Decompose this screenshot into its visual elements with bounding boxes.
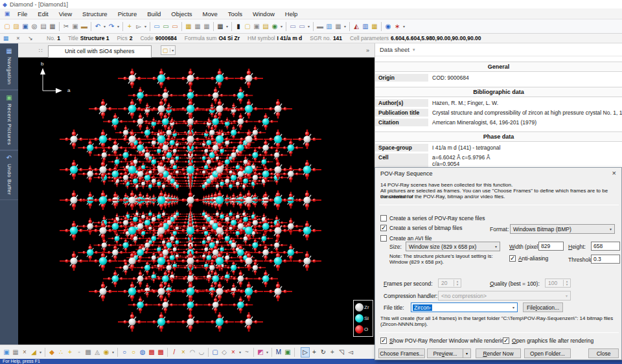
menu-picture[interactable]: Picture: [113, 9, 143, 19]
move-icon[interactable]: +: [310, 347, 319, 358]
menu-help[interactable]: Help: [280, 9, 303, 19]
checkbox-show-render-window[interactable]: Show POV-Ray Render Window while renderi…: [380, 337, 507, 344]
quality-spinner[interactable]: 100▴▾: [545, 279, 571, 288]
pointer-icon[interactable]: ▷: [301, 347, 310, 358]
window-link-icon[interactable]: ▭: [288, 21, 297, 32]
picture-video-icon[interactable]: ▭: [161, 21, 170, 32]
new-document-icon[interactable]: ▢: [3, 21, 12, 32]
coordination-icon-dropdown[interactable]: ▾: [111, 347, 115, 358]
sidebar-tab-undo-buffer[interactable]: ↶Undo Buffer: [0, 150, 18, 200]
sidebar-tab-navigation[interactable]: ▦Navigation: [0, 43, 18, 90]
tools-star-icon-dropdown[interactable]: ▾: [402, 21, 406, 32]
compression-dropdown[interactable]: <no compression>▾: [438, 291, 571, 301]
fps-spinner[interactable]: 20▴▾: [438, 279, 461, 288]
preview-dropdown-arrow[interactable]: ▾: [463, 348, 471, 358]
width-field[interactable]: 829: [538, 242, 564, 251]
copy-layer-icon[interactable]: ▣: [252, 21, 261, 32]
document-menu-icon[interactable]: ▣: [2, 10, 12, 17]
menu-move[interactable]: Move: [198, 9, 223, 19]
file-location-button[interactable]: File location...: [523, 302, 563, 312]
cut-icon[interactable]: ✂: [62, 21, 71, 32]
close-infobar-icon[interactable]: ×: [14, 33, 23, 43]
screen-icon[interactable]: ▮: [234, 21, 243, 32]
menu-window[interactable]: Window: [248, 9, 280, 19]
table-atoms-icon[interactable]: ▦: [193, 21, 202, 32]
povray-icon[interactable]: ◉: [384, 21, 393, 32]
undo-icon[interactable]: ↶: [93, 21, 102, 32]
quick-build-icon-dropdown[interactable]: ▾: [38, 347, 43, 358]
undo-icon-dropdown[interactable]: ▾: [102, 21, 107, 32]
pan-icon[interactable]: +: [328, 347, 337, 358]
atom-orange-icon[interactable]: ◆: [47, 347, 56, 358]
new-layer-icon[interactable]: ▢: [243, 21, 252, 32]
select-cursor-icon-dropdown[interactable]: ▾: [143, 21, 148, 32]
picture-tab[interactable]: Unit cell with SiO4 spheres: [48, 45, 152, 58]
preview-button[interactable]: Preview...: [427, 348, 463, 358]
structure-viewport[interactable]: b a ZrSiO: [18, 58, 374, 345]
redo-icon-dropdown[interactable]: ▾: [116, 21, 121, 32]
zoom-icon[interactable]: ◹: [337, 347, 346, 358]
paste-icon[interactable]: ▬: [80, 21, 89, 32]
format-dropdown[interactable]: Windows Bitmap (BMP)▾: [510, 224, 615, 234]
file-title-combo[interactable]: Zircon-▾: [411, 302, 518, 312]
save-icon[interactable]: ▣: [21, 21, 30, 32]
bond-create-icon[interactable]: /: [170, 347, 179, 358]
print-icon[interactable]: ▦: [48, 21, 57, 32]
menu-build[interactable]: Build: [142, 9, 166, 19]
chart-triangle-icon[interactable]: ◭: [352, 21, 361, 32]
chart-table-icon[interactable]: ▦: [370, 21, 379, 32]
coordination-icon[interactable]: ◉: [102, 347, 111, 358]
close-icon[interactable]: ×: [612, 169, 616, 177]
menu-view[interactable]: View: [54, 9, 77, 19]
pin-icon[interactable]: ▾: [413, 47, 415, 52]
chevron-down-icon[interactable]: ▾: [170, 48, 174, 52]
close-button[interactable]: Close: [588, 348, 619, 358]
pan-hand-icon[interactable]: +: [125, 21, 134, 32]
menu-tools[interactable]: Tools: [223, 9, 248, 19]
layers-icon[interactable]: ▤: [261, 21, 270, 32]
grid-view-icon-dropdown[interactable]: ▾: [225, 21, 229, 32]
checkbox-open-graphics-file[interactable]: Open graphics file after rendering: [503, 337, 593, 344]
measure-m-icon[interactable]: M: [274, 347, 283, 358]
bond-lattice-icon[interactable]: ×: [179, 347, 188, 358]
open-folder-button[interactable]: Open Folder...: [524, 348, 571, 358]
tab-overflow-chevron[interactable]: »: [366, 47, 369, 54]
table-bonds-icon[interactable]: ▦: [202, 21, 211, 32]
checkbox-scene-files[interactable]: Create a series of POV-Ray scene files: [380, 215, 485, 222]
plane-icon[interactable]: ◇: [220, 347, 229, 358]
tools-star-icon[interactable]: ∗: [393, 21, 402, 32]
menu-file[interactable]: File: [12, 9, 32, 19]
properties-table-icon[interactable]: ▦: [1, 33, 10, 43]
panel-table-icon[interactable]: ▦: [334, 21, 343, 32]
panel-table-icon-dropdown[interactable]: ▾: [343, 21, 347, 32]
threshold-field[interactable]: 0.3: [591, 255, 620, 264]
delete-icon[interactable]: ×: [229, 347, 238, 358]
select-cursor-icon[interactable]: ▻: [134, 21, 143, 32]
render-globe-icon[interactable]: ◉: [270, 21, 279, 32]
height-field[interactable]: 658: [591, 242, 620, 251]
back-icon[interactable]: ◅: [346, 347, 355, 358]
render-globe-icon-dropdown[interactable]: ▾: [279, 21, 284, 32]
table-structures-icon[interactable]: ▦: [184, 21, 193, 32]
bond-angle-icon[interactable]: ◠: [188, 347, 197, 358]
polyhedron-yellow-icon[interactable]: ○: [129, 347, 138, 358]
picture-list-icon[interactable]: ▣: [2, 347, 11, 358]
supercell-icon[interactable]: ▩: [147, 347, 156, 358]
delete-icon-dropdown[interactable]: ▾: [238, 347, 242, 358]
curve-icon[interactable]: ~: [242, 347, 251, 358]
find-icon[interactable]: ◎: [30, 21, 39, 32]
render-now-button[interactable]: Render Now: [476, 348, 521, 358]
checkbox-antialiasing[interactable]: Anti-aliasing: [509, 255, 548, 262]
panel-horizontal-icon[interactable]: ▬: [316, 21, 325, 32]
unit-cell-icon[interactable]: ▢: [211, 347, 220, 358]
grid-view-icon[interactable]: ▦: [216, 21, 225, 32]
picture-export-icon[interactable]: ▣: [283, 347, 292, 358]
picture-new-icon[interactable]: ▭: [152, 21, 161, 32]
build-tools-icon[interactable]: ×: [20, 347, 29, 358]
picture-refresh-icon[interactable]: ▭: [170, 21, 179, 32]
size-dropdown[interactable]: Window size (829 x 658 px)▾: [406, 242, 500, 251]
toolbar-grip[interactable]: ∷: [39, 47, 43, 54]
new-picture-button[interactable]: ▢ ▾: [161, 45, 176, 55]
menu-edit[interactable]: Edit: [32, 9, 53, 19]
window-export-icon[interactable]: ▭: [297, 21, 306, 32]
